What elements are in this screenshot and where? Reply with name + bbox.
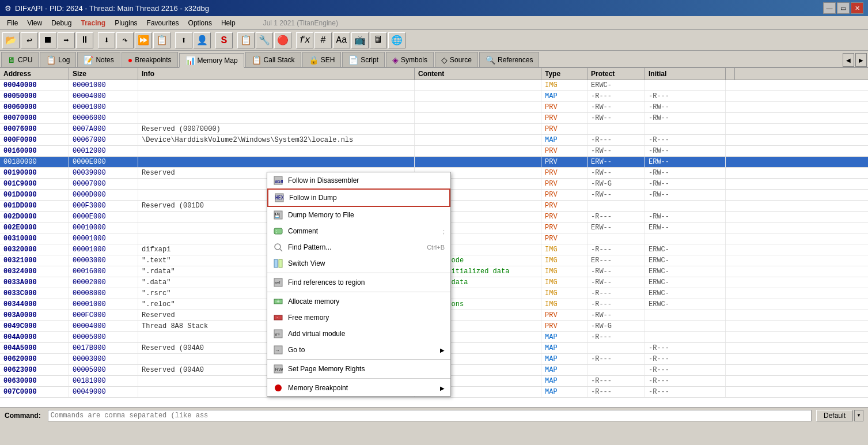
- ctx-dump-to-file[interactable]: 💾 Dump Memory to File: [267, 207, 450, 223]
- cell-info: [138, 91, 415, 101]
- cell-protect: [587, 201, 645, 211]
- ctx-free-memory[interactable]: - Free memory: [267, 310, 450, 326]
- toolbar-stop[interactable]: ⏹: [39, 32, 56, 48]
- cell-type: IMG: [541, 299, 587, 310]
- tabs-bar: 🖥 CPU 📋 Log 📝 Notes ● Breakpoints 📊 Memo…: [0, 51, 868, 68]
- free-icon: -: [273, 312, 283, 323]
- cell-size: 00008000: [69, 288, 138, 299]
- table-row[interactable]: 00076000 0007A000 Reserved (00070000) PR…: [0, 124, 868, 135]
- close-button[interactable]: ✕: [851, 2, 863, 14]
- ctx-dump-to-file-label: Dump Memory to File: [288, 211, 354, 219]
- ctx-find-refs[interactable]: ref Find references to region: [267, 274, 450, 291]
- toolbar-stepin[interactable]: ⬇: [98, 32, 115, 48]
- engine-label: Jul 1 2021 (TitanEngine): [263, 19, 338, 27]
- tab-breakpoints[interactable]: ● Breakpoints: [122, 52, 178, 67]
- cell-addr: 00620000: [0, 354, 69, 364]
- cell-size: 00001000: [69, 299, 138, 310]
- toolbar-net[interactable]: 🌐: [388, 32, 405, 48]
- tab-next-button[interactable]: ▶: [855, 53, 867, 67]
- toolbar-calc[interactable]: 🖩: [370, 32, 387, 48]
- default-button[interactable]: Default: [816, 410, 853, 421]
- toolbar-pause[interactable]: ⏸: [76, 32, 93, 48]
- minimize-button[interactable]: —: [823, 2, 836, 14]
- menu-tracing[interactable]: Tracing: [77, 18, 111, 28]
- cell-protect: -RW--: [587, 146, 645, 156]
- table-row[interactable]: 000F0000 00067000 \Device\HarddiskVolume…: [0, 135, 868, 146]
- svg-text:ref: ref: [275, 280, 281, 285]
- cell-addr: 001C9000: [0, 179, 69, 189]
- table-row[interactable]: 00040000 00001000 IMG ERWC-: [0, 80, 868, 91]
- cell-type: PRV: [541, 146, 587, 156]
- ctx-follow-dump[interactable]: HEX Follow in Dump: [267, 188, 450, 207]
- cell-type: IMG: [541, 277, 587, 288]
- maximize-button[interactable]: ▭: [837, 2, 850, 14]
- cell-type: MAP: [541, 135, 587, 145]
- toolbar-restart[interactable]: ↩: [21, 32, 38, 48]
- table-row-selected[interactable]: 00180000 0000E000 PRV ERW-- ERW--: [0, 157, 868, 168]
- toolbar-open[interactable]: 📂: [2, 32, 20, 48]
- toolbar-up[interactable]: ⬆: [175, 32, 192, 48]
- ctx-alloc-memory[interactable]: + Allocate memory: [267, 293, 450, 310]
- menu-view[interactable]: View: [22, 18, 47, 28]
- tab-callstack[interactable]: 📋 Call Stack: [245, 52, 301, 67]
- tab-log[interactable]: 📋 Log: [40, 52, 76, 67]
- ctx-comment[interactable]: ; Comment ;: [267, 223, 450, 239]
- toolbar-s[interactable]: S: [215, 32, 233, 48]
- ctx-find-pattern[interactable]: Find Pattern... Ctrl+B: [267, 239, 450, 255]
- ctx-follow-disassembler[interactable]: asm Follow in Disassembler: [267, 172, 450, 188]
- find-refs-icon: ref: [273, 277, 283, 288]
- cell-initial: [645, 233, 726, 244]
- toolbar-mem[interactable]: 📺: [351, 32, 369, 48]
- tab-notes[interactable]: 📝 Notes: [77, 52, 120, 67]
- menu-favourites[interactable]: Favourites: [142, 18, 184, 28]
- toolbar-run[interactable]: ➡: [58, 32, 75, 48]
- cell-type: PRV: [541, 212, 587, 222]
- cell-type: MAP: [541, 376, 587, 386]
- toolbar-animate[interactable]: ⏩: [135, 32, 152, 48]
- ctx-set-rights[interactable]: RW Set Page Memory Rights: [267, 361, 450, 377]
- cell-protect: -R---: [587, 354, 645, 364]
- ctx-memory-bp[interactable]: Memory Breakpoint ▶: [267, 380, 450, 396]
- command-input[interactable]: [48, 410, 812, 421]
- toolbar-log[interactable]: 📋: [237, 32, 255, 48]
- toolbar-fx[interactable]: fx: [296, 32, 313, 48]
- cell-size: 00010000: [69, 223, 138, 233]
- tab-references[interactable]: 🔍 References: [479, 52, 539, 67]
- toolbar-aa[interactable]: Aa: [333, 32, 350, 48]
- cell-initial: [645, 80, 726, 90]
- tab-seh[interactable]: 🔒 SEH: [302, 52, 342, 67]
- menu-help[interactable]: Help: [217, 18, 240, 28]
- cell-size: 0017B000: [69, 343, 138, 353]
- tab-cpu[interactable]: 🖥 CPU: [1, 52, 39, 67]
- toolbar-bp[interactable]: 🔴: [274, 32, 291, 48]
- tab-source[interactable]: ◇ Source: [435, 52, 478, 67]
- table-row[interactable]: 00050000 00004000 MAP -R--- -R---: [0, 91, 868, 102]
- menu-debug[interactable]: Debug: [47, 18, 76, 28]
- cell-protect: -R---: [587, 91, 645, 101]
- dropdown-arrow[interactable]: ▼: [854, 410, 863, 421]
- table-row[interactable]: 00060000 00001000 PRV -RW-- -RW--: [0, 102, 868, 113]
- ctx-goto[interactable]: → Go to ▶: [267, 342, 450, 358]
- table-row[interactable]: 00160000 00012000 PRV -RW-- -RW--: [0, 146, 868, 157]
- cell-initial: -R---: [645, 387, 726, 397]
- tab-script[interactable]: 📄 Script: [342, 52, 385, 67]
- cell-protect: -R---: [587, 212, 645, 222]
- toolbar-trace[interactable]: 📋: [153, 32, 170, 48]
- cell-type: PRV: [541, 157, 587, 167]
- toolbar-stepover[interactable]: ↷: [116, 32, 134, 48]
- tab-symbols[interactable]: ◈ Symbols: [386, 52, 434, 67]
- tab-script-label: Script: [361, 56, 378, 64]
- toolbar-patch[interactable]: 🔧: [256, 32, 273, 48]
- tab-callstack-label: Call Stack: [264, 56, 295, 64]
- toolbar-exec[interactable]: 👤: [194, 32, 211, 48]
- tab-prev-button[interactable]: ◀: [843, 53, 854, 67]
- menu-file[interactable]: File: [2, 18, 22, 28]
- cell-content: [415, 102, 541, 112]
- tab-memorymap[interactable]: 📊 Memory Map: [179, 53, 244, 68]
- ctx-add-virtual[interactable]: v+ Add virtual module: [267, 326, 450, 342]
- toolbar-hash[interactable]: #: [314, 32, 332, 48]
- menu-options[interactable]: Options: [184, 18, 217, 28]
- table-row[interactable]: 00070000 00006000 PRV -RW-- -RW--: [0, 113, 868, 124]
- menu-plugins[interactable]: Plugins: [110, 18, 142, 28]
- ctx-switch-view[interactable]: Switch View: [267, 255, 450, 271]
